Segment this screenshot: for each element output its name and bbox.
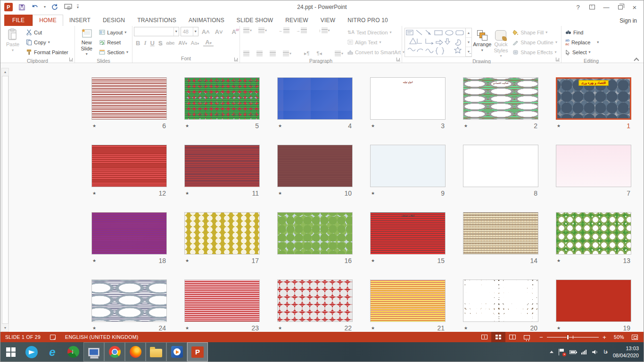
start-slideshow-icon[interactable] (64, 3, 72, 11)
idm-icon[interactable] (63, 342, 83, 362)
clipboard-dialog-launcher[interactable] (69, 58, 73, 61)
scrollbar-down-arrow[interactable]: ▼ (2, 324, 8, 331)
font-name-combo[interactable]: ▾ (134, 27, 179, 36)
columns-button[interactable]: ▾ (333, 51, 345, 56)
transition-star-icon[interactable]: ★ (92, 258, 96, 263)
transition-star-icon[interactable]: ★ (92, 191, 96, 196)
slide-thumbnail-22[interactable] (277, 280, 353, 322)
slide-thumbnail-20[interactable] (463, 280, 538, 322)
copy-button[interactable]: Copy▾ (25, 37, 70, 47)
format-painter-button[interactable]: Format Painter (25, 47, 70, 57)
tab-insert[interactable]: INSERT (63, 15, 97, 26)
shape-outline-button[interactable]: Shape Outline▾ (511, 37, 559, 47)
battery-icon[interactable] (570, 350, 576, 354)
grow-font-icon[interactable]: A˄ (200, 28, 212, 35)
arrange-button[interactable]: Arrange▾ (473, 27, 492, 58)
align-center-button[interactable] (255, 51, 264, 56)
transition-star-icon[interactable]: ★ (92, 326, 96, 330)
find-button[interactable]: Find (564, 27, 600, 37)
powerpoint-taskbar-icon[interactable]: P (187, 342, 208, 362)
slide-thumbnail-10[interactable] (277, 145, 353, 187)
transition-star-icon[interactable]: ★ (278, 191, 282, 196)
select-button[interactable]: Select▾ (564, 47, 600, 57)
network-signal-icon[interactable] (581, 350, 586, 354)
file-explorer-icon[interactable] (146, 342, 166, 362)
reading-view-button[interactable] (505, 332, 520, 342)
transition-star-icon[interactable]: ★ (557, 258, 561, 263)
slide-thumbnail-12[interactable] (91, 145, 167, 187)
quick-styles-button[interactable]: Quick Styles▾ (492, 27, 511, 58)
slide-thumbnail-15[interactable]: انقلاب صنعتی (370, 212, 446, 255)
layout-button[interactable]: Layout▾ (98, 27, 130, 37)
media-player-icon[interactable] (166, 342, 187, 362)
change-case-button[interactable]: Aa▾ (189, 40, 201, 46)
undo-icon[interactable] (31, 3, 39, 11)
strikethrough-button[interactable]: abc (165, 40, 177, 46)
shapes-gallery-scrollbar[interactable]: ▲▼▼̲ (465, 28, 471, 57)
slide-thumbnail-13[interactable] (556, 212, 631, 255)
zoom-slider-thumb[interactable] (567, 335, 569, 340)
bold-button[interactable]: B (134, 40, 142, 47)
repeat-icon[interactable] (50, 3, 59, 11)
clear-formatting-icon[interactable]: A (230, 28, 238, 35)
internet-explorer-icon[interactable]: e (42, 342, 63, 362)
font-color-button[interactable]: A▾ (203, 39, 213, 47)
align-left-button[interactable] (241, 51, 251, 56)
undo-dropdown-icon[interactable]: ▾ (44, 5, 46, 9)
spell-check-icon[interactable] (45, 332, 60, 342)
italic-button[interactable]: I (142, 39, 148, 47)
slide-thumbnail-17[interactable] (184, 212, 260, 255)
tab-view[interactable]: VIEW (314, 15, 341, 26)
slide-thumbnail-5[interactable] (184, 77, 260, 120)
shape-effects-button[interactable]: Shape Effects▾ (511, 47, 559, 57)
tab-animations[interactable]: ANIMATIONS (182, 15, 231, 26)
transition-star-icon[interactable]: ★ (557, 326, 561, 330)
slide-thumbnail-7[interactable] (556, 145, 631, 187)
tab-review[interactable]: REVIEW (279, 15, 314, 26)
align-right-button[interactable] (268, 51, 278, 56)
transition-star-icon[interactable]: ★ (557, 123, 561, 128)
shape-fill-button[interactable]: Shape Fill▾ (511, 27, 559, 37)
zoom-in-button[interactable]: + (602, 332, 611, 342)
telegram-icon[interactable] (21, 342, 42, 362)
sign-in-link[interactable]: Sign in (613, 16, 644, 26)
ribbon-display-options-button[interactable] (585, 1, 599, 13)
collapse-ribbon-button[interactable] (634, 58, 639, 61)
volume-icon[interactable] (592, 349, 598, 355)
minimize-button[interactable]: — (599, 1, 613, 13)
paste-button[interactable]: Paste▾ (2, 27, 24, 58)
numbering-button[interactable]: ▾ (256, 28, 269, 33)
tab-file[interactable]: FILE (4, 15, 33, 26)
on-screen-keyboard-icon[interactable] (83, 342, 104, 362)
hidden-icons-arrow[interactable] (550, 351, 553, 353)
slide-thumbnail-4[interactable] (277, 77, 353, 120)
transition-star-icon[interactable]: ★ (185, 258, 189, 263)
slide-thumbnail-18[interactable] (91, 212, 167, 255)
cut-button[interactable]: Cut (25, 27, 70, 37)
align-text-button[interactable]: Align Text▾ (346, 37, 406, 47)
character-spacing-button[interactable]: AV▾ (176, 40, 189, 46)
paragraph-dialog-launcher[interactable] (396, 58, 400, 61)
zoom-out-button[interactable]: − (534, 332, 544, 342)
tab-transitions[interactable]: TRANSITIONS (131, 15, 182, 26)
shrink-font-icon[interactable]: A˅ (213, 28, 225, 35)
slide-thumbnail-3[interactable]: انواع تولید (370, 77, 446, 120)
slide-thumbnail-16[interactable] (277, 212, 353, 255)
transition-star-icon[interactable]: ★ (371, 326, 375, 330)
restore-button[interactable] (613, 1, 627, 13)
close-button[interactable]: × (627, 1, 642, 13)
transition-star-icon[interactable]: ★ (371, 258, 375, 263)
shapes-gallery[interactable]: ▲▼▼̲ (405, 28, 472, 57)
slide-thumbnail-8[interactable] (463, 145, 538, 187)
font-size-combo[interactable]: 48▾ (181, 27, 198, 36)
normal-view-button[interactable] (477, 332, 491, 342)
convert-to-smartart-button[interactable]: Convert to SmartArt▾ (346, 47, 406, 57)
zoom-slider[interactable] (547, 337, 599, 337)
save-icon[interactable] (17, 3, 26, 11)
transition-star-icon[interactable]: ★ (185, 326, 189, 330)
chrome-icon[interactable] (104, 342, 125, 362)
powerpoint-logo-icon[interactable]: P (4, 3, 13, 11)
slide-thumbnail-23[interactable] (184, 280, 260, 322)
slide-thumbnail-14[interactable] (463, 212, 538, 255)
transition-star-icon[interactable]: ★ (371, 191, 375, 196)
